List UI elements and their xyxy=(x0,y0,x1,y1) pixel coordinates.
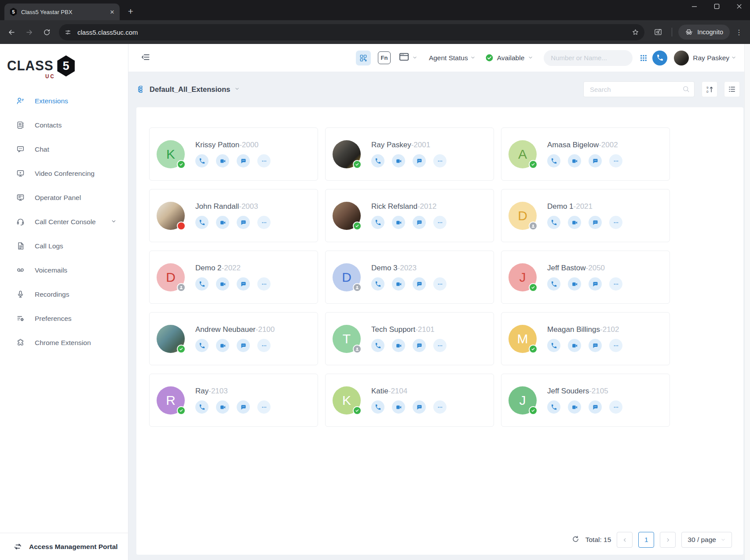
video-call-icon[interactable] xyxy=(568,154,581,167)
video-call-icon[interactable] xyxy=(216,277,229,291)
extension-card[interactable]: Ray Paskey-2001 xyxy=(325,127,494,181)
forward-button[interactable] xyxy=(22,25,37,40)
refresh-icon[interactable] xyxy=(571,535,580,545)
extension-card[interactable]: Andrew Neubauer-2100 xyxy=(149,312,318,365)
call-icon[interactable] xyxy=(547,154,560,167)
more-options-icon[interactable] xyxy=(257,400,271,414)
call-icon[interactable] xyxy=(195,154,209,167)
search-side-panel-icon[interactable] xyxy=(651,25,666,40)
video-call-icon[interactable] xyxy=(392,154,405,167)
chat-icon[interactable] xyxy=(413,277,426,291)
call-icon[interactable] xyxy=(195,400,209,414)
minimize-icon[interactable] xyxy=(691,4,697,9)
extensions-search-input[interactable] xyxy=(583,81,695,97)
chat-icon[interactable] xyxy=(237,216,250,229)
sidebar-item-preferences[interactable]: Preferences xyxy=(0,306,128,331)
user-menu-dropdown[interactable]: Ray Paskey xyxy=(693,54,736,62)
sidebar-item-extensions[interactable]: Extensions xyxy=(0,89,128,113)
more-options-icon[interactable] xyxy=(609,154,622,167)
agent-status-dropdown[interactable]: Agent Status xyxy=(429,54,476,62)
extension-card[interactable]: D Demo 2-2022 xyxy=(149,251,318,304)
new-tab-button[interactable]: + xyxy=(125,6,136,17)
sort-extensions-button[interactable]: 90 xyxy=(702,81,717,97)
more-options-icon[interactable] xyxy=(257,277,271,291)
chat-icon[interactable] xyxy=(589,277,602,291)
extension-card[interactable]: A Amasa Bigelow-2002 xyxy=(501,127,670,181)
more-options-icon[interactable] xyxy=(609,216,622,229)
call-button[interactable] xyxy=(652,51,667,65)
extension-card[interactable]: M Meagan Billings-2102 xyxy=(501,312,670,365)
more-options-icon[interactable] xyxy=(257,216,271,229)
more-options-icon[interactable] xyxy=(257,339,271,352)
page-number-button[interactable]: 1 xyxy=(638,532,654,548)
call-icon[interactable] xyxy=(547,339,560,352)
video-call-icon[interactable] xyxy=(392,339,405,352)
call-icon[interactable] xyxy=(371,339,384,352)
sidebar-item-chrome-extension[interactable]: Chrome Extension xyxy=(0,331,128,355)
sidebar-item-recordings[interactable]: Recordings xyxy=(0,282,128,306)
site-settings-icon[interactable] xyxy=(62,26,74,38)
chevron-down-icon[interactable] xyxy=(412,54,417,62)
list-view-button[interactable] xyxy=(724,81,740,97)
call-icon[interactable] xyxy=(547,216,560,229)
video-call-icon[interactable] xyxy=(216,339,229,352)
sidebar-item-operator-panel[interactable]: Operator Panel xyxy=(0,185,128,210)
more-options-icon[interactable] xyxy=(257,154,271,167)
chat-icon[interactable] xyxy=(237,154,250,167)
extension-card[interactable]: J Jeff Bastow-2050 xyxy=(501,251,670,304)
more-options-icon[interactable] xyxy=(609,277,622,291)
close-icon[interactable] xyxy=(736,4,742,9)
call-icon[interactable] xyxy=(371,154,384,167)
app-window-icon[interactable] xyxy=(398,51,410,65)
extension-card[interactable]: John Randall-2003 xyxy=(149,189,318,242)
chat-icon[interactable] xyxy=(413,339,426,352)
sidebar-item-contacts[interactable]: Contacts xyxy=(0,113,128,137)
more-options-icon[interactable] xyxy=(433,154,446,167)
availability-dropdown[interactable]: Available xyxy=(485,54,534,62)
extension-card[interactable]: Rick Refsland-2012 xyxy=(325,189,494,242)
extension-card[interactable]: R Ray-2103 xyxy=(149,374,318,427)
call-icon[interactable] xyxy=(195,216,209,229)
dialpad-icon[interactable] xyxy=(637,51,650,65)
video-call-icon[interactable] xyxy=(216,216,229,229)
more-options-icon[interactable] xyxy=(609,339,622,352)
more-options-icon[interactable] xyxy=(433,216,446,229)
more-options-icon[interactable] xyxy=(433,400,446,414)
reload-button[interactable] xyxy=(39,25,54,40)
chat-icon[interactable] xyxy=(413,216,426,229)
browser-menu-icon[interactable]: ⋮ xyxy=(732,25,746,39)
video-call-icon[interactable] xyxy=(392,400,405,414)
sidebar-item-call-center-console[interactable]: Call Center Console xyxy=(0,210,128,234)
chat-icon[interactable] xyxy=(413,400,426,414)
chat-icon[interactable] xyxy=(237,339,250,352)
sidebar-item-voicemails[interactable]: Voicemails xyxy=(0,258,128,282)
chat-icon[interactable] xyxy=(589,400,602,414)
video-call-icon[interactable] xyxy=(568,277,581,291)
extension-card[interactable]: K Krissy Patton-2000 xyxy=(149,127,318,181)
call-icon[interactable] xyxy=(371,277,384,291)
extension-card[interactable]: K Katie-2104 xyxy=(325,374,494,427)
maximize-icon[interactable] xyxy=(714,4,720,9)
access-management-portal-link[interactable]: Access Management Portal xyxy=(0,533,128,560)
back-button[interactable] xyxy=(4,25,19,40)
browser-tab[interactable]: 5 Class5 Yeastar PBX ✕ xyxy=(4,4,120,20)
chat-icon[interactable] xyxy=(589,216,602,229)
video-call-icon[interactable] xyxy=(568,339,581,352)
call-icon[interactable] xyxy=(371,216,384,229)
scrollbar[interactable] xyxy=(744,44,750,560)
previous-page-button[interactable] xyxy=(617,532,633,548)
chat-icon[interactable] xyxy=(237,277,250,291)
bookmark-star-icon[interactable] xyxy=(629,25,642,39)
more-options-icon[interactable] xyxy=(433,339,446,352)
video-call-icon[interactable] xyxy=(392,216,405,229)
chat-icon[interactable] xyxy=(589,154,602,167)
url-text[interactable]: class5.class5uc.com xyxy=(77,29,629,36)
page-size-dropdown[interactable]: 30 / page xyxy=(681,532,732,548)
call-icon[interactable] xyxy=(195,277,209,291)
extension-card[interactable]: T Tech Support-2101 xyxy=(325,312,494,365)
sidebar-item-video-conferencing[interactable]: Video Conferencing xyxy=(0,161,128,185)
address-bar[interactable]: class5.class5uc.com xyxy=(59,24,644,40)
user-avatar[interactable] xyxy=(674,51,689,65)
video-call-icon[interactable] xyxy=(568,216,581,229)
video-call-icon[interactable] xyxy=(568,400,581,414)
